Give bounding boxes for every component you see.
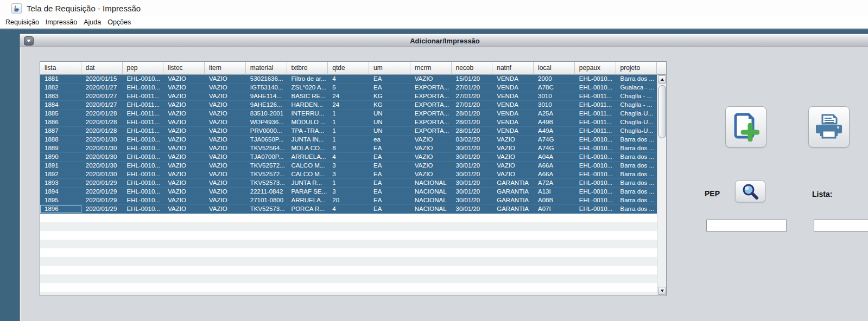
table-cell[interactable]: 30/01/20 <box>452 188 493 196</box>
table-cell[interactable]: 4 <box>328 205 369 214</box>
table-cell[interactable]: EA <box>369 170 410 179</box>
table-cell[interactable]: EHL-0010... <box>575 144 616 153</box>
table-cell[interactable]: 9AHE114... <box>246 92 287 101</box>
table-cell[interactable]: Barra dos ... <box>616 75 657 84</box>
frame-menu-button[interactable] <box>24 36 34 46</box>
table-cell[interactable]: VAZIO <box>205 75 246 84</box>
table-cell[interactable]: EXPORTA... <box>410 118 452 127</box>
table-cell[interactable]: VENDA <box>492 75 534 84</box>
table-cell[interactable]: NACIONAL <box>410 205 452 214</box>
table-cell[interactable]: 30/01/20 <box>452 205 493 214</box>
table-cell[interactable]: A25A <box>534 110 575 118</box>
table-cell[interactable]: VAZIO <box>410 162 452 170</box>
table-cell[interactable]: VAZIO <box>492 136 534 144</box>
table-cell[interactable]: TJA0650P... <box>246 136 287 144</box>
table-cell[interactable]: EA <box>369 188 410 196</box>
table-cell[interactable]: 1887 <box>40 127 81 136</box>
table-cell[interactable]: 30/01/20 <box>452 162 493 170</box>
table-cell[interactable]: VAZIO <box>205 110 246 118</box>
table-cell[interactable]: KG <box>369 101 410 110</box>
column-header-pepaux[interactable]: pepaux <box>575 62 616 75</box>
column-header-item[interactable]: item <box>205 62 246 75</box>
table-cell[interactable]: 2000 <box>534 75 575 84</box>
table-cell[interactable]: VENDA <box>492 110 534 118</box>
table-cell[interactable]: VAZIO <box>163 162 205 170</box>
table-cell[interactable]: 1883 <box>40 92 81 101</box>
table-cell[interactable]: VAZIO <box>205 162 246 170</box>
table-cell[interactable]: EA <box>369 196 410 205</box>
table-cell[interactable]: GARANTIA <box>492 188 534 196</box>
table-cell[interactable]: VAZIO <box>163 196 205 205</box>
table-cell[interactable]: VAZIO <box>163 153 205 162</box>
table-cell[interactable]: VENDA <box>492 92 534 101</box>
table-cell[interactable]: 2020/01/28 <box>81 118 123 127</box>
table-cell[interactable]: Barra dos ... <box>616 170 657 179</box>
table-cell[interactable]: CALCO M... <box>287 162 328 170</box>
table-cell[interactable]: 2020/01/29 <box>81 179 123 188</box>
table-cell[interactable]: 1882 <box>40 84 81 92</box>
table-cell[interactable]: Barra dos ... <box>616 144 657 153</box>
table-cell[interactable]: VENDA <box>492 84 534 92</box>
table-cell[interactable]: EHL-0010... <box>575 205 616 214</box>
table-cell[interactable]: EHL-0011... <box>575 127 616 136</box>
table-cell[interactable]: EXPORTA... <box>410 92 452 101</box>
table-cell[interactable]: PORCA R... <box>287 205 328 214</box>
column-header-dat[interactable]: dat <box>81 62 123 75</box>
table-cell[interactable]: EHL-0011... <box>575 118 616 127</box>
table-cell[interactable]: WDP4936... <box>246 118 287 127</box>
table-cell[interactable]: 53021636... <box>246 75 287 84</box>
table-cell[interactable]: EHL-0011... <box>123 92 164 101</box>
table-cell[interactable]: KG <box>369 92 410 101</box>
vertical-scrollbar[interactable] <box>657 75 666 296</box>
table-cell[interactable]: VAZIO <box>492 144 534 153</box>
table-cell[interactable]: VAZIO <box>163 127 205 136</box>
table-cell[interactable]: EHL-0010... <box>575 170 616 179</box>
table-cell[interactable]: 2020/01/15 <box>81 75 123 84</box>
table-cell[interactable]: A66A <box>534 170 575 179</box>
column-header-necob[interactable]: necob <box>452 62 493 75</box>
table-cell[interactable]: A08B <box>534 196 575 205</box>
table-cell[interactable]: VENDA <box>492 118 534 127</box>
table-cell[interactable]: VAZIO <box>492 170 534 179</box>
table-cell[interactable]: 2020/01/27 <box>81 84 123 92</box>
menu-requisicao[interactable]: Requisição <box>2 17 42 28</box>
table-cell[interactable]: TKV52572... <box>246 162 287 170</box>
column-header-local[interactable]: local <box>534 62 575 75</box>
table-cell[interactable]: VAZIO <box>205 170 246 179</box>
table-cell[interactable]: Gualaca - ... <box>616 84 657 92</box>
table-cell[interactable]: A04A <box>534 153 575 162</box>
table-cell[interactable]: VAZIO <box>163 179 205 188</box>
table-cell[interactable]: A13I <box>534 188 575 196</box>
table-cell[interactable]: 2020/01/28 <box>81 110 123 118</box>
table-cell[interactable]: 28/01/20 <box>452 127 493 136</box>
table-cell[interactable]: VAZIO <box>205 118 246 127</box>
table-cell[interactable]: 30/01/20 <box>452 170 493 179</box>
table-cell[interactable]: EHL-0010... <box>123 162 164 170</box>
table-cell[interactable]: 2020/01/30 <box>81 153 123 162</box>
table-cell[interactable]: 1888 <box>40 136 81 144</box>
table-cell[interactable]: EHL-0010... <box>123 205 164 214</box>
table-cell[interactable]: 1 <box>328 127 369 136</box>
table-cell[interactable]: 4 <box>328 153 369 162</box>
column-header-material[interactable]: material <box>246 62 287 75</box>
table-cell[interactable]: 1884 <box>40 101 81 110</box>
table-row[interactable]: 18882020/01/30EHL-0010...VAZIOVAZIOTJA06… <box>40 136 657 144</box>
table-cell[interactable]: 1 <box>328 179 369 188</box>
table-cell[interactable]: VAZIO <box>410 153 452 162</box>
menu-ajuda[interactable]: Ajuda <box>80 17 104 28</box>
table-cell[interactable]: 1891 <box>40 162 81 170</box>
table-row[interactable]: 18902020/01/30EHL-0010...VAZIOVAZIOTJA07… <box>40 153 657 162</box>
table-cell[interactable]: VAZIO <box>492 153 534 162</box>
table-cell[interactable]: NACIONAL <box>410 179 452 188</box>
table-cell[interactable]: EA <box>369 153 410 162</box>
table-row[interactable]: 18872020/01/28EHL-0011...VAZIOVAZIOPRV00… <box>40 127 657 136</box>
table-cell[interactable]: 3 <box>328 162 369 170</box>
table-cell[interactable]: EHL-0010... <box>123 196 164 205</box>
column-header-txtbre[interactable]: txtbre <box>287 62 328 75</box>
table-cell[interactable]: 1 <box>328 118 369 127</box>
table-cell[interactable]: 8 <box>328 144 369 153</box>
table-cell[interactable]: VAZIO <box>205 136 246 144</box>
table-cell[interactable]: 4 <box>328 75 369 84</box>
table-cell[interactable]: EHL-0010... <box>123 84 164 92</box>
table-cell[interactable]: 1885 <box>40 110 81 118</box>
